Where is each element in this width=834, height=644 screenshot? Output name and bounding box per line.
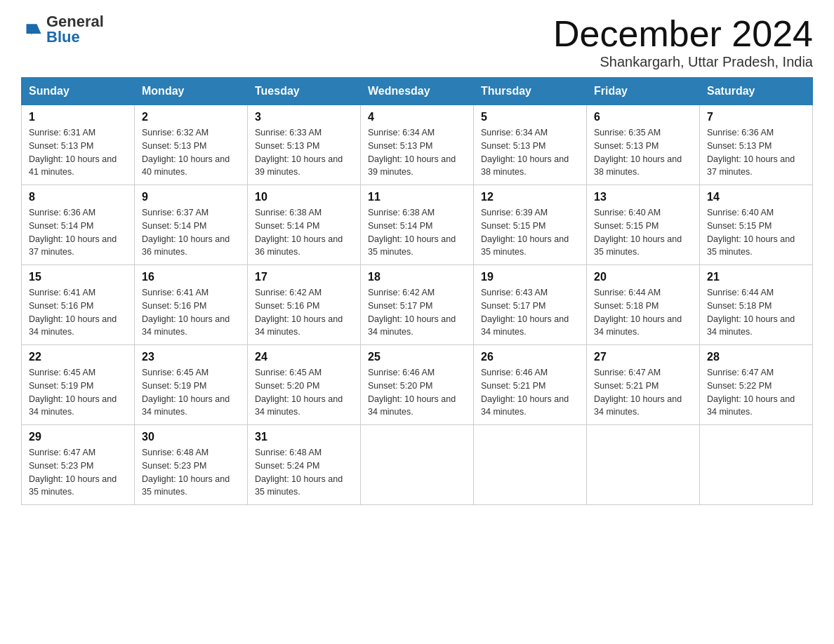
day-info: Sunrise: 6:43 AMSunset: 5:17 PMDaylight:… (481, 286, 579, 339)
table-row: 25Sunrise: 6:46 AMSunset: 5:20 PMDayligh… (361, 345, 474, 425)
table-row (474, 425, 587, 505)
header-sunday: Sunday (22, 78, 135, 105)
day-info: Sunrise: 6:45 AMSunset: 5:20 PMDaylight:… (255, 366, 353, 419)
table-row: 31Sunrise: 6:48 AMSunset: 5:24 PMDayligh… (248, 425, 361, 505)
logo-text: General Blue (46, 14, 104, 45)
day-info: Sunrise: 6:39 AMSunset: 5:15 PMDaylight:… (481, 206, 579, 259)
table-row: 22Sunrise: 6:45 AMSunset: 5:19 PMDayligh… (22, 345, 135, 425)
table-row: 29Sunrise: 6:47 AMSunset: 5:23 PMDayligh… (22, 425, 135, 505)
day-info: Sunrise: 6:47 AMSunset: 5:21 PMDaylight:… (594, 366, 692, 419)
day-info: Sunrise: 6:41 AMSunset: 5:16 PMDaylight:… (29, 286, 127, 339)
day-info: Sunrise: 6:45 AMSunset: 5:19 PMDaylight:… (29, 366, 127, 419)
page-header: General Blue December 2024 Shankargarh, … (21, 14, 813, 70)
day-number: 15 (29, 271, 127, 283)
table-row (587, 425, 700, 505)
day-info: Sunrise: 6:38 AMSunset: 5:14 PMDaylight:… (255, 206, 353, 259)
table-row: 17Sunrise: 6:42 AMSunset: 5:16 PMDayligh… (248, 265, 361, 345)
day-info: Sunrise: 6:48 AMSunset: 5:24 PMDaylight:… (255, 446, 353, 499)
day-number: 22 (29, 351, 127, 363)
day-number: 16 (142, 271, 240, 283)
logo-icon (21, 19, 42, 40)
day-number: 26 (481, 351, 579, 363)
day-info: Sunrise: 6:47 AMSunset: 5:23 PMDaylight:… (29, 446, 127, 499)
day-info: Sunrise: 6:34 AMSunset: 5:13 PMDaylight:… (481, 126, 579, 179)
month-title: December 2024 (553, 14, 813, 54)
table-row (700, 425, 813, 505)
table-row: 21Sunrise: 6:44 AMSunset: 5:18 PMDayligh… (700, 265, 813, 345)
day-info: Sunrise: 6:37 AMSunset: 5:14 PMDaylight:… (142, 206, 240, 259)
table-row: 4Sunrise: 6:34 AMSunset: 5:13 PMDaylight… (361, 105, 474, 185)
table-row: 10Sunrise: 6:38 AMSunset: 5:14 PMDayligh… (248, 185, 361, 265)
day-info: Sunrise: 6:31 AMSunset: 5:13 PMDaylight:… (29, 126, 127, 179)
day-info: Sunrise: 6:46 AMSunset: 5:20 PMDaylight:… (368, 366, 466, 419)
calendar-table: Sunday Monday Tuesday Wednesday Thursday… (21, 77, 813, 505)
day-number: 19 (481, 271, 579, 283)
header-friday: Friday (587, 78, 700, 105)
table-row: 26Sunrise: 6:46 AMSunset: 5:21 PMDayligh… (474, 345, 587, 425)
day-number: 24 (255, 351, 353, 363)
table-row (361, 425, 474, 505)
day-number: 29 (29, 431, 127, 443)
day-number: 31 (255, 431, 353, 443)
header-thursday: Thursday (474, 78, 587, 105)
day-number: 14 (707, 191, 805, 203)
day-number: 21 (707, 271, 805, 283)
table-row: 30Sunrise: 6:48 AMSunset: 5:23 PMDayligh… (135, 425, 248, 505)
table-row: 27Sunrise: 6:47 AMSunset: 5:21 PMDayligh… (587, 345, 700, 425)
logo-general-text: General (46, 14, 104, 29)
day-info: Sunrise: 6:40 AMSunset: 5:15 PMDaylight:… (707, 206, 805, 259)
table-row: 23Sunrise: 6:45 AMSunset: 5:19 PMDayligh… (135, 345, 248, 425)
day-info: Sunrise: 6:42 AMSunset: 5:16 PMDaylight:… (255, 286, 353, 339)
logo: General Blue (21, 14, 104, 45)
calendar-week-5: 29Sunrise: 6:47 AMSunset: 5:23 PMDayligh… (22, 425, 813, 505)
header-wednesday: Wednesday (361, 78, 474, 105)
day-number: 3 (255, 111, 353, 123)
day-info: Sunrise: 6:36 AMSunset: 5:14 PMDaylight:… (29, 206, 127, 259)
day-info: Sunrise: 6:44 AMSunset: 5:18 PMDaylight:… (707, 286, 805, 339)
table-row: 5Sunrise: 6:34 AMSunset: 5:13 PMDaylight… (474, 105, 587, 185)
table-row: 13Sunrise: 6:40 AMSunset: 5:15 PMDayligh… (587, 185, 700, 265)
day-number: 28 (707, 351, 805, 363)
calendar-week-2: 8Sunrise: 6:36 AMSunset: 5:14 PMDaylight… (22, 185, 813, 265)
day-number: 8 (29, 191, 127, 203)
day-number: 18 (368, 271, 466, 283)
table-row: 20Sunrise: 6:44 AMSunset: 5:18 PMDayligh… (587, 265, 700, 345)
day-info: Sunrise: 6:44 AMSunset: 5:18 PMDaylight:… (594, 286, 692, 339)
table-row: 7Sunrise: 6:36 AMSunset: 5:13 PMDaylight… (700, 105, 813, 185)
location-text: Shankargarh, Uttar Pradesh, India (553, 54, 813, 70)
day-number: 9 (142, 191, 240, 203)
table-row: 11Sunrise: 6:38 AMSunset: 5:14 PMDayligh… (361, 185, 474, 265)
table-row: 12Sunrise: 6:39 AMSunset: 5:15 PMDayligh… (474, 185, 587, 265)
day-number: 2 (142, 111, 240, 123)
table-row: 9Sunrise: 6:37 AMSunset: 5:14 PMDaylight… (135, 185, 248, 265)
table-row: 6Sunrise: 6:35 AMSunset: 5:13 PMDaylight… (587, 105, 700, 185)
table-row: 8Sunrise: 6:36 AMSunset: 5:14 PMDaylight… (22, 185, 135, 265)
day-info: Sunrise: 6:34 AMSunset: 5:13 PMDaylight:… (368, 126, 466, 179)
day-number: 23 (142, 351, 240, 363)
table-row: 14Sunrise: 6:40 AMSunset: 5:15 PMDayligh… (700, 185, 813, 265)
day-number: 12 (481, 191, 579, 203)
day-info: Sunrise: 6:32 AMSunset: 5:13 PMDaylight:… (142, 126, 240, 179)
day-number: 11 (368, 191, 466, 203)
table-row: 15Sunrise: 6:41 AMSunset: 5:16 PMDayligh… (22, 265, 135, 345)
calendar-week-1: 1Sunrise: 6:31 AMSunset: 5:13 PMDaylight… (22, 105, 813, 185)
table-row: 18Sunrise: 6:42 AMSunset: 5:17 PMDayligh… (361, 265, 474, 345)
day-number: 4 (368, 111, 466, 123)
day-number: 27 (594, 351, 692, 363)
day-info: Sunrise: 6:47 AMSunset: 5:22 PMDaylight:… (707, 366, 805, 419)
day-number: 30 (142, 431, 240, 443)
day-info: Sunrise: 6:35 AMSunset: 5:13 PMDaylight:… (594, 126, 692, 179)
day-info: Sunrise: 6:45 AMSunset: 5:19 PMDaylight:… (142, 366, 240, 419)
table-row: 24Sunrise: 6:45 AMSunset: 5:20 PMDayligh… (248, 345, 361, 425)
day-info: Sunrise: 6:48 AMSunset: 5:23 PMDaylight:… (142, 446, 240, 499)
table-row: 3Sunrise: 6:33 AMSunset: 5:13 PMDaylight… (248, 105, 361, 185)
day-info: Sunrise: 6:40 AMSunset: 5:15 PMDaylight:… (594, 206, 692, 259)
calendar-week-4: 22Sunrise: 6:45 AMSunset: 5:19 PMDayligh… (22, 345, 813, 425)
day-number: 25 (368, 351, 466, 363)
day-info: Sunrise: 6:46 AMSunset: 5:21 PMDaylight:… (481, 366, 579, 419)
table-row: 1Sunrise: 6:31 AMSunset: 5:13 PMDaylight… (22, 105, 135, 185)
header-saturday: Saturday (700, 78, 813, 105)
calendar-week-3: 15Sunrise: 6:41 AMSunset: 5:16 PMDayligh… (22, 265, 813, 345)
header-monday: Monday (135, 78, 248, 105)
weekday-header-row: Sunday Monday Tuesday Wednesday Thursday… (22, 78, 813, 105)
